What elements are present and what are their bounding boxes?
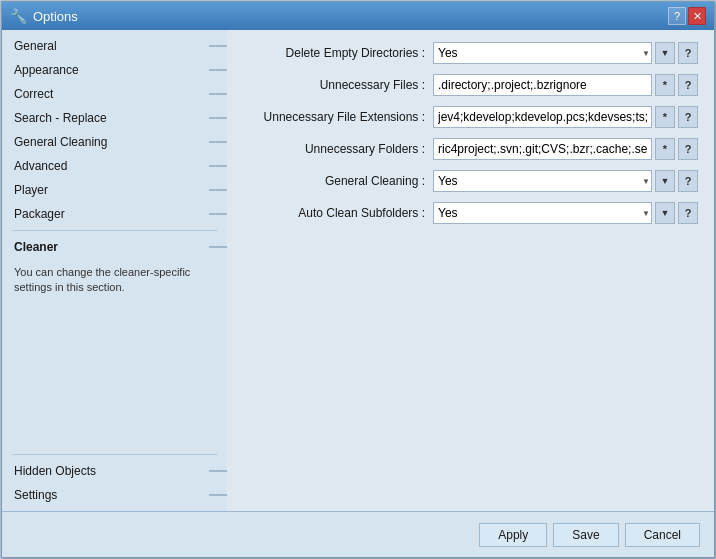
window-body: General Appearance Correct Search - Repl… — [2, 30, 714, 511]
control-auto-clean-subfolders: Yes No ▼ ▼ ? — [433, 202, 698, 224]
label-unnecessary-folders: Unnecessary Folders : — [243, 142, 433, 156]
star-btn-unnecessary-files[interactable]: * — [655, 74, 675, 96]
cleaner-description: You can change the cleaner-specific sett… — [2, 259, 227, 302]
label-general-cleaning: General Cleaning : — [243, 174, 433, 188]
form-row-unnecessary-folders: Unnecessary Folders : * ? — [243, 138, 698, 160]
help-btn-auto-clean-subfolders[interactable]: ? — [678, 202, 698, 224]
select-wrapper-general-cleaning: Yes No ▼ — [433, 170, 652, 192]
cancel-button[interactable]: Cancel — [625, 523, 700, 547]
label-unnecessary-file-ext: Unnecessary File Extensions : — [243, 110, 433, 124]
select-wrapper-auto-clean: Yes No ▼ — [433, 202, 652, 224]
sidebar-item-appearance[interactable]: Appearance — [2, 58, 227, 82]
select-auto-clean-subfolders[interactable]: Yes No — [433, 202, 652, 224]
sidebar-item-settings[interactable]: Settings — [2, 483, 227, 507]
sidebar-item-general-cleaning[interactable]: General Cleaning — [2, 130, 227, 154]
title-buttons: ? ✕ — [668, 7, 706, 25]
control-unnecessary-folders: * ? — [433, 138, 698, 160]
input-unnecessary-file-ext[interactable] — [433, 106, 652, 128]
apply-button[interactable]: Apply — [479, 523, 547, 547]
input-unnecessary-folders[interactable] — [433, 138, 652, 160]
close-button[interactable]: ✕ — [688, 7, 706, 25]
help-btn-unnecessary-files[interactable]: ? — [678, 74, 698, 96]
star-btn-unnecessary-folders[interactable]: * — [655, 138, 675, 160]
sidebar-item-player[interactable]: Player — [2, 178, 227, 202]
help-btn-unnecessary-folders[interactable]: ? — [678, 138, 698, 160]
help-button[interactable]: ? — [668, 7, 686, 25]
title-bar: 🔧 Options ? ✕ — [2, 2, 714, 30]
control-delete-empty-dirs: Yes No ▼ ▼ ? — [433, 42, 698, 64]
sidebar-item-correct[interactable]: Correct — [2, 82, 227, 106]
sidebar-item-search-replace[interactable]: Search - Replace — [2, 106, 227, 130]
title-bar-left: 🔧 Options — [10, 8, 78, 24]
help-btn-general-cleaning[interactable]: ? — [678, 170, 698, 192]
app-icon: 🔧 — [10, 8, 27, 24]
help-btn-unnecessary-file-ext[interactable]: ? — [678, 106, 698, 128]
sidebar: General Appearance Correct Search - Repl… — [2, 30, 227, 511]
label-auto-clean-subfolders: Auto Clean Subfolders : — [243, 206, 433, 220]
control-general-cleaning: Yes No ▼ ▼ ? — [433, 170, 698, 192]
dropdown-btn-general-cleaning[interactable]: ▼ — [655, 170, 675, 192]
control-unnecessary-file-ext: * ? — [433, 106, 698, 128]
save-button[interactable]: Save — [553, 523, 618, 547]
input-unnecessary-files[interactable] — [433, 74, 652, 96]
sidebar-divider-bottom — [12, 454, 217, 455]
dropdown-btn-delete-empty-dirs[interactable]: ▼ — [655, 42, 675, 64]
control-unnecessary-files: * ? — [433, 74, 698, 96]
sidebar-item-packager[interactable]: Packager — [2, 202, 227, 226]
form-row-general-cleaning: General Cleaning : Yes No ▼ ▼ ? — [243, 170, 698, 192]
select-wrapper-delete-empty-dirs: Yes No ▼ — [433, 42, 652, 64]
select-general-cleaning[interactable]: Yes No — [433, 170, 652, 192]
form-row-auto-clean-subfolders: Auto Clean Subfolders : Yes No ▼ ▼ ? — [243, 202, 698, 224]
footer: Apply Save Cancel — [2, 511, 714, 557]
sidebar-item-cleaner[interactable]: Cleaner — [2, 235, 227, 259]
select-delete-empty-dirs[interactable]: Yes No — [433, 42, 652, 64]
label-unnecessary-files: Unnecessary Files : — [243, 78, 433, 92]
star-btn-unnecessary-file-ext[interactable]: * — [655, 106, 675, 128]
sidebar-divider — [12, 230, 217, 231]
main-content: Delete Empty Directories : Yes No ▼ ▼ ? … — [227, 30, 714, 511]
sidebar-item-general[interactable]: General — [2, 34, 227, 58]
window-title: Options — [33, 9, 78, 24]
sidebar-item-advanced[interactable]: Advanced — [2, 154, 227, 178]
form-row-unnecessary-files: Unnecessary Files : * ? — [243, 74, 698, 96]
help-btn-delete-empty-dirs[interactable]: ? — [678, 42, 698, 64]
options-window: 🔧 Options ? ✕ General Appearance Correct… — [1, 1, 715, 558]
label-delete-empty-dirs: Delete Empty Directories : — [243, 46, 433, 60]
form-row-unnecessary-file-ext: Unnecessary File Extensions : * ? — [243, 106, 698, 128]
dropdown-btn-auto-clean[interactable]: ▼ — [655, 202, 675, 224]
sidebar-item-hidden-objects[interactable]: Hidden Objects — [2, 459, 227, 483]
form-row-delete-empty-dirs: Delete Empty Directories : Yes No ▼ ▼ ? — [243, 42, 698, 64]
